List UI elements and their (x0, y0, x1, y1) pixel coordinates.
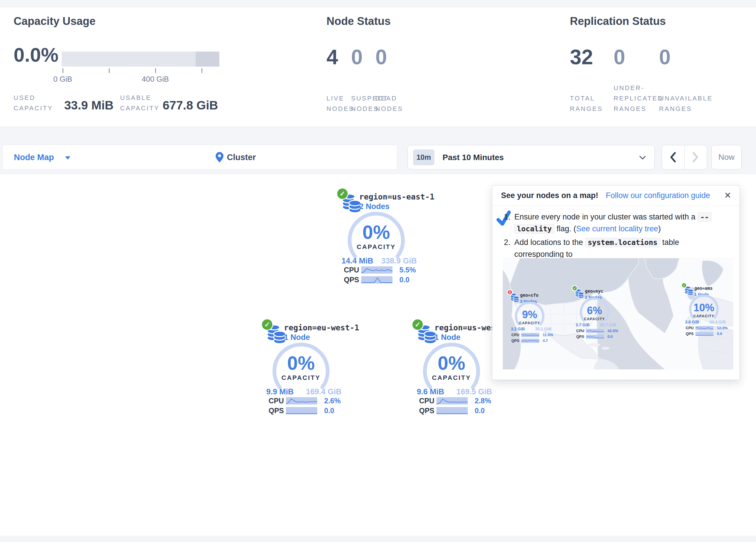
cpu-metric-row: CPU 2.8% (419, 397, 491, 405)
capacity-percent: 0% (344, 221, 408, 243)
cpu-metric-row: CPU 42.5% (576, 329, 618, 333)
cpu-label: CPU (511, 333, 521, 337)
qps-metric-row: QPS 0.0 (419, 407, 485, 415)
capacity-used-value: 3.7 GiB (576, 323, 590, 327)
mini-node-region-geo=nyc[interactable]: ✓ geo=nyc 2 Nodes 6% CAPACITY 3.7 GiB 65… (570, 285, 621, 340)
sparkline-chart (521, 339, 539, 343)
qps-label: QPS (344, 276, 361, 284)
capacity-values-row: 3.7 GiB 65.7 GiB (576, 323, 616, 327)
qps-label: QPS (419, 407, 436, 415)
capacity-gauge-label: CAPACITY (684, 314, 724, 318)
sparkline-chart (436, 397, 468, 405)
capacity-total-value: 169.5 GiB (456, 387, 492, 396)
capacity-values-row: 9.9 MiB 169.4 GiB (266, 387, 342, 396)
capacity-percent: 0% (269, 352, 333, 374)
cpu-value: 42.5% (608, 329, 618, 333)
capacity-percent: 10% (684, 302, 724, 314)
qps-label: QPS (269, 407, 286, 415)
capacity-percent: 6% (574, 305, 615, 317)
capacity-total-value: 169.4 GiB (306, 387, 342, 396)
health-ok-badge: ✓ (681, 282, 687, 289)
capacity-used-value: 14.4 MiB (342, 256, 373, 265)
cpu-label: CPU (344, 266, 361, 274)
sparkline-chart (361, 276, 392, 284)
qps-metric-row: QPS 4.7 (511, 339, 548, 343)
cpu-label: CPU (269, 397, 286, 405)
step-text: Add locations to the (514, 238, 585, 247)
configuration-guide-link[interactable]: Follow our configuration guide (606, 191, 710, 200)
node-map-config-popup: See your nodes on a map! Follow our conf… (492, 185, 740, 380)
inline-code: locality (514, 224, 554, 234)
capacity-used-value: 3.6 GiB (685, 320, 699, 324)
capacity-gauge-label: CAPACITY (269, 374, 333, 382)
sparkline-chart (361, 266, 392, 274)
close-icon[interactable]: ✕ (724, 190, 731, 200)
sparkline-chart (286, 397, 317, 405)
capacity-gauge-label: CAPACITY (420, 374, 483, 382)
mini-node-region-geo=sfo[interactable]: 1 geo=sfo 2 Nodes 9% CAPACITY 3.2 GiB 35… (506, 289, 556, 344)
health-ok-badge: ✓ (412, 319, 424, 331)
qps-value: 0.0 (475, 407, 485, 415)
capacity-gauge-label: CAPACITY (509, 321, 550, 325)
mini-regions-layer: 1 geo=sfo 2 Nodes 9% CAPACITY 3.2 GiB 35… (503, 258, 733, 370)
popup-header: See your nodes on a map! Follow our conf… (492, 185, 740, 206)
qps-metric-row: QPS 0.0 (344, 276, 410, 284)
capacity-used-value: 9.9 MiB (266, 387, 294, 396)
capacity-gauge-label: CAPACITY (344, 243, 408, 251)
cpu-metric-row: CPU 11.0% (511, 333, 553, 337)
qps-value: 0.0 (717, 332, 722, 336)
inline-code: system.locations (585, 238, 660, 247)
capacity-gauge-label: CAPACITY (574, 317, 615, 321)
world-map-preview: 1 geo=sfo 2 Nodes 9% CAPACITY 3.2 GiB 35… (503, 258, 733, 370)
capacity-values-row: 3.6 GiB 34.4 GiB (685, 320, 726, 324)
health-ok-badge: ✓ (261, 319, 273, 331)
capacity-percent: 0% (420, 352, 483, 374)
step-text: Ensure every node in your cluster was st… (514, 212, 698, 221)
cpu-metric-row: CPU 5.5% (344, 266, 416, 274)
capacity-used-value: 9.6 MiB (417, 387, 444, 396)
step-number: 1. (504, 211, 511, 223)
capacity-total-value: 65.7 GiB (600, 323, 616, 327)
qps-metric-row: QPS 0.0 (269, 407, 334, 415)
node-region-region=us-east-1[interactable]: ✓ region=us-east-1 2 Nodes 0% CAPACITY 1… (336, 187, 434, 286)
cpu-metric-row: CPU 12.3% (686, 326, 728, 330)
mini-node-region-geo=ams[interactable]: ✓ geo=ams 1 Node 10% CAPACITY 3.6 GiB 34… (680, 282, 731, 337)
cpu-value: 2.8% (475, 397, 491, 405)
health-ok-badge: ✓ (336, 187, 348, 200)
step-text: ) (658, 224, 661, 233)
qps-value: 0.0 (399, 276, 410, 284)
step-number: 2. (504, 236, 511, 248)
cpu-value: 11.0% (543, 333, 553, 337)
capacity-total-value: 35.1 GiB (535, 327, 551, 331)
cpu-label: CPU (576, 329, 586, 333)
region-locality-label: geo=sfo (520, 293, 538, 298)
capacity-percent: 9% (509, 309, 550, 321)
popup-step-line: locality flag. (See current locality tre… (514, 223, 730, 235)
locality-tree-link[interactable]: See current locality tree (576, 224, 658, 233)
region-locality-label: region=us-east-1 (359, 192, 434, 201)
qps-value: 4.7 (543, 339, 548, 343)
sparkline-chart (521, 333, 539, 337)
sparkline-chart (586, 335, 604, 339)
inline-code: -- (698, 212, 711, 222)
popup-step-line: Ensure every node in your cluster was st… (514, 211, 730, 223)
popup-step: 1.Ensure every node in your cluster was … (504, 211, 730, 235)
cpu-metric-row: CPU 2.6% (269, 397, 341, 405)
step-text: flag. ( (554, 224, 576, 233)
region-locality-label: geo=ams (694, 286, 713, 291)
capacity-used-value: 3.2 GiB (511, 327, 525, 331)
sparkline-chart (586, 329, 604, 333)
health-alert-badge: 1 (507, 289, 513, 295)
region-locality-label: geo=nyc (585, 289, 603, 294)
sparkline-chart (696, 326, 713, 330)
sparkline-chart (436, 407, 468, 414)
sparkline-chart (696, 332, 713, 336)
cpu-value: 5.5% (399, 266, 416, 274)
cpu-value: 2.6% (324, 397, 341, 405)
qps-metric-row: QPS 0.0 (686, 332, 722, 336)
node-region-region=eu-west-1[interactable]: ✓ region=eu-west-1 1 Node 0% CAPACITY 9.… (260, 319, 359, 417)
popup-title: See your nodes on a map! (501, 191, 598, 200)
cpu-label: CPU (686, 326, 696, 330)
popup-step-line: Add locations to the system.locations ta… (514, 236, 730, 260)
sparkline-chart (286, 407, 317, 414)
